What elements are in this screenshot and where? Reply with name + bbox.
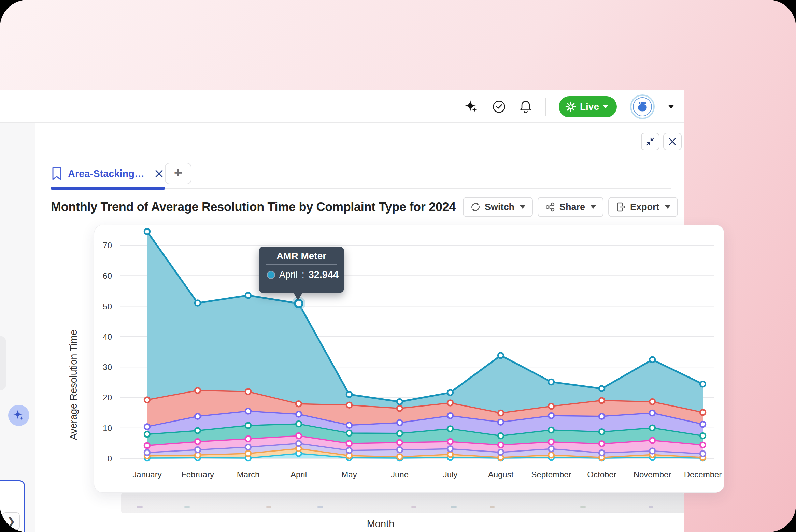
caret-down-icon xyxy=(665,205,670,209)
rail-send-button[interactable]: ❯ xyxy=(2,512,20,530)
account-menu-caret[interactable] xyxy=(668,105,674,109)
export-label: Export xyxy=(630,202,659,212)
collapse-button[interactable] xyxy=(641,133,659,150)
y-axis-title: Average Resolution Time xyxy=(68,265,79,505)
caret-down-icon xyxy=(602,105,609,108)
svg-text:70: 70 xyxy=(103,241,112,250)
live-label: Live xyxy=(580,101,599,112)
x-axis-title: Month xyxy=(329,518,432,530)
rail-ai-button[interactable] xyxy=(8,405,29,426)
svg-text:February: February xyxy=(181,470,214,479)
svg-text:December: December xyxy=(684,470,722,479)
svg-text:20: 20 xyxy=(103,393,112,402)
tab-area-stacking[interactable]: Area-Stacking… xyxy=(51,163,164,184)
switch-label: Switch xyxy=(485,202,514,212)
app-window: Live ❯ xyxy=(0,0,796,532)
close-icon xyxy=(155,169,164,178)
export-file-icon xyxy=(616,202,626,212)
collapse-icon xyxy=(645,137,655,146)
svg-text:50: 50 xyxy=(103,302,112,311)
divider xyxy=(545,98,546,116)
legend-chip xyxy=(317,506,323,508)
live-button[interactable]: Live xyxy=(559,96,617,117)
switch-button[interactable]: Switch xyxy=(463,197,533,217)
svg-text:November: November xyxy=(634,470,671,479)
left-rail xyxy=(0,123,35,532)
caret-down-icon xyxy=(591,205,596,209)
svg-text:40: 40 xyxy=(103,332,112,341)
active-tab-underline xyxy=(51,187,165,190)
sparkle-icon xyxy=(12,409,26,422)
tooltip-series-name: AMR Meter xyxy=(259,251,344,262)
tooltip-divider xyxy=(266,264,337,265)
bookmark-icon xyxy=(51,166,62,181)
caret-down-icon xyxy=(668,105,674,109)
ai-sparkle-icon[interactable] xyxy=(464,99,479,115)
share-label: Share xyxy=(559,202,585,212)
switch-refresh-icon xyxy=(470,202,481,212)
svg-text:June: June xyxy=(391,470,409,479)
avatar[interactable] xyxy=(630,94,655,119)
bell-icon[interactable] xyxy=(519,99,532,114)
close-button[interactable] xyxy=(663,133,682,150)
legend-chip xyxy=(266,506,271,508)
top-bar: Live xyxy=(0,90,684,123)
add-tab-button[interactable]: + xyxy=(165,163,191,184)
chart-card: 010203040506070JanuaryFebruaryMarchApril… xyxy=(94,225,724,493)
check-circle-icon[interactable] xyxy=(492,100,506,114)
svg-text:0: 0 xyxy=(108,454,112,463)
tab-label: Area-Stacking… xyxy=(68,168,144,179)
svg-text:March: March xyxy=(237,470,260,479)
legend-chip xyxy=(649,506,653,508)
page-title: Monthly Trend of Average Resolution Time… xyxy=(51,200,456,214)
legend-chip xyxy=(137,506,143,508)
tooltip-category: April xyxy=(279,269,298,280)
close-icon xyxy=(668,137,677,146)
legend-chip xyxy=(580,506,586,508)
tooltip-value: 32.944 xyxy=(309,269,339,280)
legend-chip xyxy=(411,506,416,508)
stacked-area-chart[interactable]: 010203040506070JanuaryFebruaryMarchApril… xyxy=(94,225,725,493)
legend-scroll-track[interactable] xyxy=(121,493,684,513)
gear-icon xyxy=(565,101,577,113)
chart-tooltip: AMR Meter April : 32.944 xyxy=(259,247,344,293)
tab-close-button[interactable] xyxy=(155,169,164,178)
share-nodes-icon xyxy=(545,202,555,212)
svg-text:July: July xyxy=(443,470,458,479)
svg-text:10: 10 xyxy=(103,424,112,433)
export-button[interactable]: Export xyxy=(608,197,678,217)
svg-text:April: April xyxy=(290,470,307,479)
share-button[interactable]: Share xyxy=(538,197,603,217)
legend-chip xyxy=(490,506,495,508)
svg-text:September: September xyxy=(531,470,571,479)
chart-actions: Switch Share Export xyxy=(463,197,680,217)
chevron-right-icon: ❯ xyxy=(7,515,15,527)
rail-panel-edge xyxy=(0,336,6,390)
svg-text:January: January xyxy=(132,470,161,479)
legend-chip xyxy=(184,506,190,508)
svg-text:60: 60 xyxy=(103,271,112,280)
tooltip-arrow xyxy=(293,292,303,300)
svg-text:August: August xyxy=(488,470,514,479)
series-color-dot xyxy=(267,271,275,279)
tooltip-separator: : xyxy=(302,269,304,280)
legend-chip xyxy=(451,506,457,508)
svg-text:30: 30 xyxy=(103,363,112,372)
svg-text:October: October xyxy=(587,470,616,479)
svg-text:May: May xyxy=(341,470,357,479)
caret-down-icon xyxy=(520,205,525,209)
